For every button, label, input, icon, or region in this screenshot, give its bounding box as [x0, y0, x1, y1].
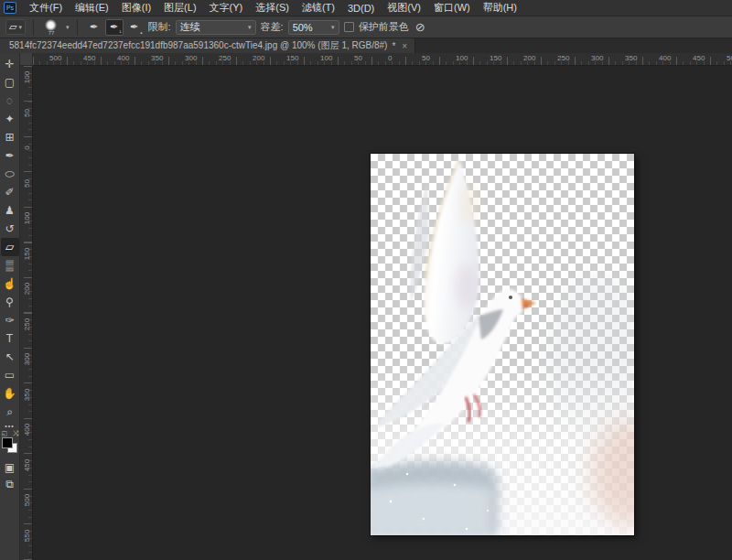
document-canvas[interactable]	[371, 154, 634, 535]
separator	[77, 19, 78, 36]
eyedropper-icon: ✒	[130, 21, 138, 33]
ruler-tick-label: 300	[591, 54, 603, 62]
lasso-icon: ◌	[6, 95, 13, 106]
vertical-ruler[interactable]: 10050050100150200250300350400450500550	[20, 66, 33, 560]
ruler-tick-label: 0	[388, 54, 392, 62]
horizontal-ruler[interactable]: 5004504003503002502001501005005010015020…	[33, 53, 732, 66]
menu-item-file[interactable]: 文件(F)	[23, 0, 69, 16]
zoom-icon: ⌕	[6, 406, 13, 417]
menu-item-view[interactable]: 视图(V)	[381, 0, 427, 16]
clone-stamp-tool[interactable]: ♟	[1, 201, 19, 220]
ruler-tick-label: 550	[23, 529, 31, 542]
quick-selection-tool[interactable]: ✦	[1, 110, 19, 128]
close-icon[interactable]: ×	[400, 41, 407, 51]
color-swatch-widget: ◱ ⤨	[1, 432, 19, 456]
document-tab[interactable]: 5814fc72374eedd47ed7237efcc191dfb987aa59…	[0, 38, 415, 53]
ruler-tick-label: 350	[151, 54, 163, 62]
sampling-once-button[interactable]: ✒¹	[105, 19, 124, 36]
ruler-tick-label: 50	[422, 54, 430, 62]
rectangle-tool[interactable]: ▭	[1, 366, 19, 384]
limits-value: 连续	[180, 20, 200, 34]
quick-selection-icon: ✦	[5, 113, 14, 124]
menu-item-type[interactable]: 文字(Y)	[203, 0, 250, 16]
pen-pressure-icon[interactable]: ⊘	[415, 20, 425, 34]
path-selection-tool[interactable]: ↖	[1, 348, 19, 366]
tolerance-dropdown[interactable]: 50% ▾	[288, 20, 339, 35]
rectangle-icon: ▭	[5, 370, 15, 381]
chevron-down-icon: ▾	[248, 24, 252, 31]
smudge-tool[interactable]: ☝	[1, 275, 19, 293]
tool-options-bar: ▱ ▾ 77 ▾ ✒✒¹✒▪ 限制: 连续 ▾ 容差: 50% ▾ 保护前景色 …	[0, 16, 732, 38]
ruler-tick-label: 150	[286, 54, 298, 62]
ruler-tick-label: 200	[23, 283, 31, 296]
sampling-background-swatch-button[interactable]: ✒▪	[125, 19, 144, 36]
ruler-tick-label: 500	[727, 54, 732, 62]
menu-item-select[interactable]: 选择(S)	[249, 0, 296, 16]
spot-healing-brush-icon: ⬭	[5, 168, 14, 179]
smudge-icon: ☝	[3, 278, 16, 289]
brush-size-value: 77	[48, 30, 55, 36]
type-tool[interactable]: T	[1, 329, 19, 348]
sampling-continuous-button[interactable]: ✒	[85, 19, 103, 36]
menu-item-image[interactable]: 图像(I)	[115, 0, 157, 16]
quick-mask-button[interactable]: ▣	[1, 461, 19, 474]
lasso-tool[interactable]: ◌	[1, 92, 19, 110]
app-logo-icon[interactable]: Ps	[4, 2, 16, 14]
menu-item-3d[interactable]: 3D(D)	[341, 0, 381, 16]
ruler-tick-label: 250	[557, 54, 569, 62]
tool-preset-picker[interactable]: ▱ ▾	[5, 19, 26, 35]
eyedropper-icon: ✒	[90, 21, 98, 33]
ruler-tick-label: 450	[83, 54, 95, 62]
spot-healing-brush-tool[interactable]: ⬭	[1, 165, 19, 183]
hand-tool[interactable]: ✋	[1, 384, 19, 403]
ruler-tick-label: 50	[354, 54, 362, 62]
ruler-tick-label: 200	[253, 54, 264, 62]
ruler-tick-label: 300	[185, 54, 197, 62]
brush-preset-picker[interactable]: 77	[41, 19, 61, 36]
eyedropper-icon: ✒	[5, 150, 14, 161]
tolerance-label: 容差:	[261, 20, 284, 34]
ruler-tick-label: 350	[23, 388, 31, 401]
hand-icon: ✋	[3, 388, 16, 399]
pen-icon: ✑	[5, 315, 14, 326]
ruler-tick-label: 100	[456, 54, 468, 62]
menu-item-filter[interactable]: 滤镜(T)	[296, 0, 341, 16]
history-brush-tool[interactable]: ↺	[1, 220, 19, 238]
swap-colors-icon[interactable]: ⤨	[13, 429, 18, 438]
default-colors-icon[interactable]: ◱	[2, 430, 8, 437]
move-tool[interactable]: ✛	[1, 55, 19, 73]
ruler-tick-label: 250	[219, 54, 231, 62]
dodge-tool[interactable]: ⚲	[1, 293, 19, 311]
ruler-tick-label: 100	[320, 54, 332, 62]
type-icon: T	[6, 333, 13, 344]
tolerance-value: 50%	[293, 22, 313, 33]
gradient-icon: ▒	[5, 260, 14, 271]
background-eraser-tool[interactable]: ▱	[1, 238, 19, 256]
brush-tool[interactable]: ✐	[1, 183, 19, 201]
ruler-tick-label: 400	[117, 54, 129, 62]
rectangular-marquee-tool[interactable]: ▢	[1, 73, 19, 92]
pen-tool[interactable]: ✑	[1, 311, 19, 329]
chevron-down-icon[interactable]: ▾	[66, 24, 70, 31]
dove-image	[371, 154, 634, 535]
rectangular-marquee-icon: ▢	[5, 77, 15, 88]
edit-toolbar-button[interactable]: •••	[1, 423, 19, 429]
document-tab-bar: 5814fc72374eedd47ed7237efcc191dfb987aa59…	[0, 38, 732, 53]
foreground-color-swatch[interactable]	[2, 437, 13, 448]
menu-item-help[interactable]: 帮助(H)	[477, 0, 523, 16]
zoom-tool[interactable]: ⌕	[1, 403, 19, 421]
menu-item-edit[interactable]: 编辑(E)	[69, 0, 115, 16]
menu-item-window[interactable]: 窗口(W)	[427, 0, 477, 16]
ruler-tick-label: 100	[23, 212, 31, 225]
ruler-tick-label: 350	[625, 54, 637, 62]
menu-item-layer[interactable]: 图层(L)	[157, 0, 202, 16]
eyedropper-tool[interactable]: ✒	[1, 146, 19, 165]
screen-mode-button[interactable]: ⧉	[1, 478, 19, 490]
document-title: 5814fc72374eedd47ed7237efcc191dfb987aa59…	[9, 39, 387, 52]
gradient-tool[interactable]: ▒	[1, 256, 19, 275]
ruler-origin-box[interactable]	[20, 53, 33, 66]
limits-dropdown[interactable]: 连续 ▾	[176, 20, 256, 35]
sampling-mark: ¹	[120, 29, 122, 35]
crop-tool[interactable]: ⊞	[1, 128, 19, 146]
protect-foreground-checkbox[interactable]	[344, 22, 354, 32]
